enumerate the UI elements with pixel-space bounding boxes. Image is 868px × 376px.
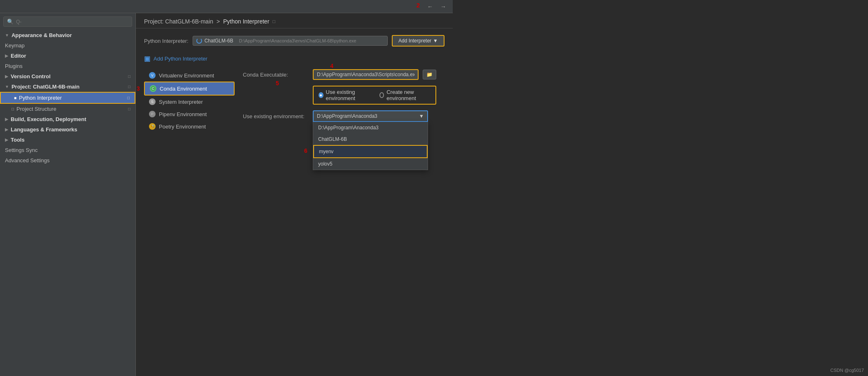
- add-interpreter-button[interactable]: Add Interpreter ▼: [392, 35, 444, 47]
- sidebar-label-appearance: Appearance & Behavior: [12, 32, 72, 38]
- chevron-down-icon: ▼: [5, 33, 9, 37]
- env-panel: V Virtualenv Environment 3 C Conda Envir…: [144, 69, 444, 133]
- annotation-4-label: 4: [330, 63, 333, 69]
- sidebar-item-project-structure[interactable]: □ Project Structure □: [0, 104, 135, 114]
- top-nav: ← →: [425, 2, 449, 11]
- env-item-poetry[interactable]: 🐝 Poetry Environment: [144, 120, 235, 133]
- env-dropdown-label: Use existing environment:: [243, 113, 309, 119]
- sidebar-label-editor: Editor: [11, 53, 26, 59]
- dropdown-label-chatml6b: ChatGLM-6B: [318, 136, 347, 142]
- breadcrumb-sep: >: [216, 18, 220, 25]
- sidebar-item-keymap[interactable]: Keymap: [0, 40, 135, 51]
- chevron-right-icon-build: ▶: [5, 117, 8, 121]
- sidebar-label-vc: Version Control: [11, 73, 51, 79]
- conda-exe-folder-btn[interactable]: 📁: [423, 70, 436, 79]
- dropdown-option-myenv[interactable]: 6 myenv: [313, 145, 428, 158]
- env-dropdown-selected: D:\AppProgram\Anaconda3: [317, 113, 377, 119]
- proj-icon: □: [128, 84, 130, 89]
- env-label-virtualenv: Virtualenv Environment: [159, 72, 214, 79]
- interpreter-label: Python Interpreter:: [144, 38, 188, 44]
- breadcrumb-current: Python Interpreter: [223, 18, 269, 25]
- env-label-system: System Interpreter: [159, 99, 203, 105]
- sidebar-item-settings-sync[interactable]: Settings Sync: [0, 145, 135, 155]
- chevron-right-icon: ▶: [5, 54, 8, 58]
- sidebar-item-advanced-settings[interactable]: Advanced Settings: [0, 155, 135, 166]
- dropdown-label-anaconda3: D:\AppProgram\Anaconda3: [318, 125, 379, 131]
- env-settings: Conda Executable: 4 📁 5 Use existing env…: [235, 69, 444, 133]
- env-item-system[interactable]: S System Interpreter: [144, 96, 235, 108]
- sidebar-label-python-interpreter: Python Interpreter: [19, 95, 62, 101]
- sidebar-label-build: Build, Execution, Deployment: [11, 116, 86, 122]
- structure-icon: □: [12, 107, 14, 111]
- content-body: Python Interpreter: ChatGLM-6B D:\AppPro…: [136, 28, 453, 376]
- vc-icon: □: [128, 74, 130, 79]
- search-box[interactable]: 🔍: [3, 16, 132, 27]
- add-python-label: Add Python Interpreter: [154, 56, 207, 62]
- interpreter-name: ChatGLM-6B: [205, 38, 233, 44]
- add-python-icon: ▣: [144, 55, 150, 63]
- conda-executable-row: Conda Executable: 4 📁: [243, 69, 436, 80]
- env-dropdown-row: Use existing environment: D:\AppProgram\…: [243, 110, 436, 122]
- sidebar-item-tools[interactable]: ▶ Tools: [0, 135, 135, 145]
- sidebar-label-project: Project: ChatGLM-6B-main: [12, 84, 79, 90]
- content-area: Project: ChatGLM-6B-main > Python Interp…: [136, 13, 453, 376]
- interpreter-select-box[interactable]: ChatGLM-6B D:\AppProgram\Anaconda3\envs\…: [193, 36, 388, 46]
- pipenv-icon: P: [149, 111, 156, 117]
- dropdown-chevron: ▼: [419, 113, 424, 119]
- sidebar-item-version-control[interactable]: ▶ Version Control □: [0, 71, 135, 82]
- radio-use-existing[interactable]: Use existing environment: [319, 89, 371, 101]
- sidebar-item-build[interactable]: ▶ Build, Execution, Deployment: [0, 114, 135, 124]
- sidebar-item-plugins[interactable]: Plugins: [0, 61, 135, 71]
- dropdown-label-myenv: myenv: [319, 149, 333, 154]
- breadcrumb-project: Project: ChatGLM-6B-main: [144, 18, 213, 25]
- sidebar-item-project[interactable]: ▼ Project: ChatGLM-6B-main □: [0, 82, 135, 92]
- sidebar-label-languages: Languages & Frameworks: [11, 126, 77, 133]
- dropdown-option-anaconda3[interactable]: D:\AppProgram\Anaconda3: [313, 122, 428, 133]
- env-label-poetry: Poetry Environment: [159, 124, 206, 130]
- window-icon: □: [272, 19, 275, 24]
- env-item-pipenv[interactable]: P Pipenv Environment: [144, 108, 235, 120]
- env-dropdown-container: D:\AppProgram\Anaconda3 ▼ D:\AppProgram\…: [313, 110, 428, 122]
- sidebar-item-appearance[interactable]: ▼ Appearance & Behavior: [0, 30, 135, 40]
- env-item-virtualenv[interactable]: V Virtualenv Environment: [144, 69, 235, 82]
- breadcrumb: Project: ChatGLM-6B-main > Python Interp…: [136, 13, 453, 28]
- dropdown-option-yolov5[interactable]: yolov5: [313, 158, 428, 170]
- add-python-link[interactable]: ▣ Add Python Interpreter: [144, 55, 444, 63]
- dropdown-label-yolov5: yolov5: [318, 161, 333, 167]
- annotation-3: 3: [137, 85, 140, 92]
- sidebar-item-languages[interactable]: ▶ Languages & Frameworks: [0, 124, 135, 135]
- nav-forward[interactable]: →: [438, 2, 449, 11]
- main-container: 🔍 ▼ Appearance & Behavior Keymap ▶ Edito…: [0, 13, 453, 376]
- env-item-conda[interactable]: 3 C Conda Environment: [144, 82, 235, 96]
- search-icon: 🔍: [7, 19, 14, 25]
- sidebar-label-advanced-settings: Advanced Settings: [5, 157, 49, 163]
- top-bar: 2 ← →: [0, 0, 453, 13]
- search-input[interactable]: [16, 19, 128, 25]
- chevron-right-icon-tools: ▶: [5, 138, 8, 142]
- virtualenv-icon: V: [149, 72, 156, 79]
- sidebar-item-editor[interactable]: ▶ Editor: [0, 51, 135, 61]
- spin-icon: [196, 38, 202, 44]
- nav-back[interactable]: ←: [425, 2, 435, 11]
- ps-icon: □: [128, 107, 130, 111]
- radio-group: Use existing environment Create new envi…: [313, 86, 436, 105]
- env-dropdown[interactable]: D:\AppProgram\Anaconda3 ▼: [313, 110, 428, 122]
- chevron-down-icon-proj: ▼: [5, 84, 9, 89]
- interpreter-path: D:\AppProgram\Anaconda3\envs\ChatGLM-6B\…: [239, 38, 356, 43]
- sidebar-label-keymap: Keymap: [5, 42, 25, 49]
- sidebar-label-project-structure: Project Structure: [16, 106, 56, 112]
- conda-exe-input[interactable]: [313, 69, 419, 80]
- annotation-5: 5: [276, 80, 279, 86]
- sidebar-item-python-interpreter[interactable]: ■ Python Interpreter □ 1: [0, 92, 135, 104]
- env-list: V Virtualenv Environment 3 C Conda Envir…: [144, 69, 235, 133]
- dropdown-menu: D:\AppProgram\Anaconda3 ChatGLM-6B 6 mye…: [313, 122, 428, 170]
- add-interpreter-chevron: ▼: [433, 38, 438, 44]
- add-interpreter-label: Add Interpreter: [398, 38, 431, 44]
- interpreter-row: Python Interpreter: ChatGLM-6B D:\AppPro…: [144, 35, 444, 47]
- conda-icon: C: [150, 85, 156, 92]
- chevron-right-icon-vc: ▶: [5, 74, 8, 79]
- conda-exe-label: Conda Executable:: [243, 72, 309, 78]
- radio-create-new[interactable]: Create new environment: [379, 89, 431, 101]
- pi-icon: □: [127, 96, 130, 100]
- dropdown-option-chatml6b[interactable]: ChatGLM-6B: [313, 133, 428, 145]
